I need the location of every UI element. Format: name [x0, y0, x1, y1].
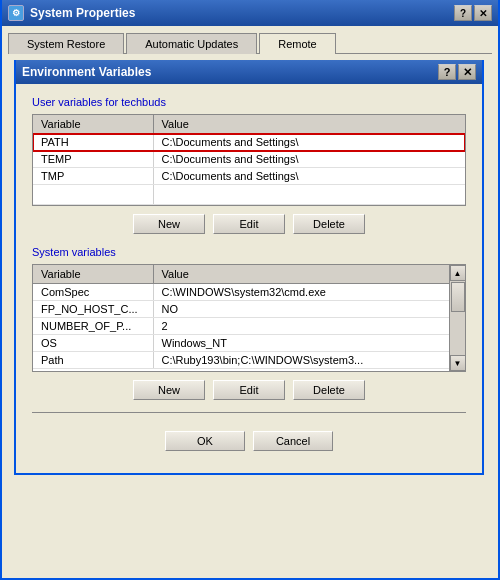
- sys-row-value: NO: [153, 301, 449, 318]
- tab-system-restore[interactable]: System Restore: [8, 33, 124, 54]
- system-section-label: System variables: [32, 246, 466, 258]
- table-row[interactable]: NUMBER_OF_P... 2: [33, 318, 449, 335]
- system-table-scrollbar[interactable]: ▲ ▼: [449, 265, 465, 371]
- table-row[interactable]: Path C:\Ruby193\bin;C:\WINDOWS\system3..…: [33, 352, 449, 369]
- help-button-outer[interactable]: ?: [454, 5, 472, 21]
- close-button-outer[interactable]: ✕: [474, 5, 492, 21]
- sys-row-variable: NUMBER_OF_P...: [33, 318, 153, 335]
- table-row[interactable]: ComSpec C:\WINDOWS\system32\cmd.exe: [33, 284, 449, 301]
- help-button-dialog[interactable]: ?: [438, 64, 456, 80]
- user-section-label: User variables for techbuds: [32, 96, 466, 108]
- system-delete-button[interactable]: Delete: [293, 380, 365, 400]
- sys-row-value: 2: [153, 318, 449, 335]
- sys-col-value: Value: [153, 265, 449, 284]
- scroll-up-button[interactable]: ▲: [450, 265, 466, 281]
- dialog-body: User variables for techbuds Variable Val…: [16, 84, 482, 473]
- system-buttons-row: New Edit Delete: [32, 380, 466, 400]
- user-edit-button[interactable]: Edit: [213, 214, 285, 234]
- user-variables-table: Variable Value PATH C:\Documents and Set…: [33, 115, 465, 205]
- dialog-titlebar-buttons: ? ✕: [438, 64, 476, 80]
- outer-titlebar-buttons: ? ✕: [454, 5, 492, 21]
- window-icon: ⚙: [8, 5, 24, 21]
- outer-titlebar: ⚙ System Properties ? ✕: [2, 0, 498, 26]
- tab-remote[interactable]: Remote: [259, 33, 336, 54]
- table-row[interactable]: TEMP C:\Documents and Settings\: [33, 151, 465, 168]
- sys-col-variable: Variable: [33, 265, 153, 284]
- table-row[interactable]: TMP C:\Documents and Settings\: [33, 168, 465, 185]
- system-properties-window: ⚙ System Properties ? ✕ System Restore A…: [0, 0, 500, 580]
- sys-row-value: C:\Ruby193\bin;C:\WINDOWS\system3...: [153, 352, 449, 369]
- table-row[interactable]: FP_NO_HOST_C... NO: [33, 301, 449, 318]
- user-row-variable: TEMP: [33, 151, 153, 168]
- user-new-button[interactable]: New: [133, 214, 205, 234]
- outer-window-title: System Properties: [30, 6, 135, 20]
- tab-automatic-updates[interactable]: Automatic Updates: [126, 33, 257, 54]
- sys-row-value: C:\WINDOWS\system32\cmd.exe: [153, 284, 449, 301]
- user-row-variable: PATH: [33, 134, 153, 151]
- table-row[interactable]: PATH C:\Documents and Settings\: [33, 134, 465, 151]
- ok-button[interactable]: OK: [165, 431, 245, 451]
- sys-row-variable: ComSpec: [33, 284, 153, 301]
- dialog-titlebar: Environment Variables ? ✕: [16, 60, 482, 84]
- environment-variables-dialog: Environment Variables ? ✕ User variables…: [14, 60, 484, 475]
- table-row-empty: [33, 185, 465, 205]
- user-row-variable: TMP: [33, 168, 153, 185]
- divider: [32, 412, 466, 413]
- user-col-value: Value: [153, 115, 465, 134]
- user-row-value: C:\Documents and Settings\: [153, 151, 465, 168]
- system-variables-table-container: Variable Value ComSpec C:\WINDOWS\system…: [32, 264, 466, 372]
- sys-row-variable: FP_NO_HOST_C...: [33, 301, 153, 318]
- tabs-area: System Restore Automatic Updates Remote: [2, 26, 498, 53]
- bottom-buttons-row: OK Cancel: [32, 423, 466, 461]
- sys-row-variable: OS: [33, 335, 153, 352]
- user-buttons-row: New Edit Delete: [32, 214, 466, 234]
- scroll-down-button[interactable]: ▼: [450, 355, 466, 371]
- cancel-button[interactable]: Cancel: [253, 431, 333, 451]
- scroll-thumb[interactable]: [451, 282, 465, 312]
- user-row-value: C:\Documents and Settings\: [153, 134, 465, 151]
- user-col-variable: Variable: [33, 115, 153, 134]
- system-table-scroll: Variable Value ComSpec C:\WINDOWS\system…: [33, 265, 449, 371]
- user-variables-table-container: Variable Value PATH C:\Documents and Set…: [32, 114, 466, 206]
- sys-row-value: Windows_NT: [153, 335, 449, 352]
- close-button-dialog[interactable]: ✕: [458, 64, 476, 80]
- dialog-title: Environment Variables: [22, 65, 151, 79]
- sys-row-variable: Path: [33, 352, 153, 369]
- table-row[interactable]: OS Windows_NT: [33, 335, 449, 352]
- user-delete-button[interactable]: Delete: [293, 214, 365, 234]
- user-row-value: C:\Documents and Settings\: [153, 168, 465, 185]
- system-variables-table: Variable Value ComSpec C:\WINDOWS\system…: [33, 265, 449, 369]
- system-new-button[interactable]: New: [133, 380, 205, 400]
- system-edit-button[interactable]: Edit: [213, 380, 285, 400]
